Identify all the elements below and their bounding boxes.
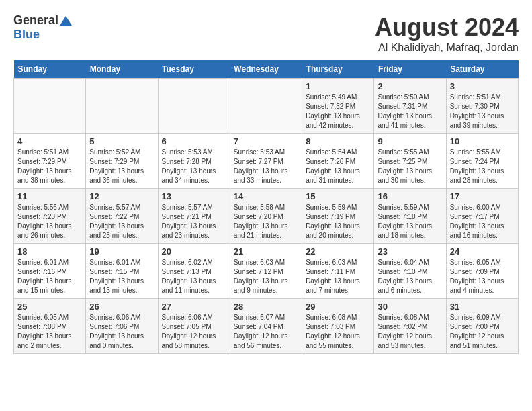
calendar-cell: 17Sunrise: 6:00 AM Sunset: 7:17 PM Dayli… bbox=[446, 189, 518, 244]
weekday-header-sunday: Sunday bbox=[14, 60, 86, 79]
day-number: 8 bbox=[306, 136, 370, 146]
day-number: 12 bbox=[89, 191, 154, 201]
day-info: Sunrise: 5:49 AM Sunset: 7:32 PM Dayligh… bbox=[306, 93, 370, 130]
calendar-week-3: 11Sunrise: 5:56 AM Sunset: 7:23 PM Dayli… bbox=[14, 189, 519, 244]
day-info: Sunrise: 5:59 AM Sunset: 7:18 PM Dayligh… bbox=[378, 203, 442, 240]
day-info: Sunrise: 5:52 AM Sunset: 7:29 PM Dayligh… bbox=[89, 148, 154, 185]
day-number: 11 bbox=[17, 191, 82, 201]
calendar-cell bbox=[158, 79, 230, 134]
logo: General Blue bbox=[13, 13, 72, 42]
day-info: Sunrise: 5:55 AM Sunset: 7:25 PM Dayligh… bbox=[378, 148, 442, 185]
day-number: 24 bbox=[450, 246, 515, 257]
day-number: 13 bbox=[162, 191, 226, 201]
day-info: Sunrise: 6:08 AM Sunset: 7:02 PM Dayligh… bbox=[378, 313, 442, 351]
day-number: 22 bbox=[306, 246, 370, 257]
calendar-cell bbox=[86, 79, 158, 134]
logo-blue-text: Blue bbox=[13, 28, 40, 41]
calendar-cell: 26Sunrise: 6:06 AM Sunset: 7:06 PM Dayli… bbox=[86, 299, 158, 354]
weekday-header-tuesday: Tuesday bbox=[158, 60, 230, 79]
title-block: August 2024 Al Khalidiyah, Mafraq, Jorda… bbox=[375, 13, 519, 54]
calendar-cell: 22Sunrise: 6:03 AM Sunset: 7:11 PM Dayli… bbox=[302, 244, 374, 299]
day-number: 20 bbox=[162, 246, 226, 257]
day-info: Sunrise: 6:05 AM Sunset: 7:08 PM Dayligh… bbox=[17, 313, 82, 351]
calendar-week-2: 4Sunrise: 5:51 AM Sunset: 7:29 PM Daylig… bbox=[14, 134, 519, 189]
calendar-cell: 20Sunrise: 6:02 AM Sunset: 7:13 PM Dayli… bbox=[158, 244, 230, 299]
day-number: 3 bbox=[450, 81, 515, 91]
day-info: Sunrise: 5:50 AM Sunset: 7:31 PM Dayligh… bbox=[378, 93, 442, 130]
weekday-header-wednesday: Wednesday bbox=[230, 60, 302, 79]
day-number: 29 bbox=[306, 302, 370, 312]
day-number: 9 bbox=[378, 136, 442, 146]
calendar-week-5: 25Sunrise: 6:05 AM Sunset: 7:08 PM Dayli… bbox=[14, 299, 519, 354]
weekday-header-friday: Friday bbox=[374, 60, 446, 79]
calendar-week-4: 18Sunrise: 6:01 AM Sunset: 7:16 PM Dayli… bbox=[14, 244, 519, 299]
svg-marker-0 bbox=[60, 16, 72, 26]
day-number: 18 bbox=[17, 246, 82, 257]
calendar-cell: 6Sunrise: 5:53 AM Sunset: 7:28 PM Daylig… bbox=[158, 134, 230, 189]
day-info: Sunrise: 5:57 AM Sunset: 7:21 PM Dayligh… bbox=[162, 203, 226, 240]
weekday-header-monday: Monday bbox=[86, 60, 158, 79]
calendar-cell: 21Sunrise: 6:03 AM Sunset: 7:12 PM Dayli… bbox=[230, 244, 302, 299]
calendar-cell: 16Sunrise: 5:59 AM Sunset: 7:18 PM Dayli… bbox=[374, 189, 446, 244]
calendar-cell: 12Sunrise: 5:57 AM Sunset: 7:22 PM Dayli… bbox=[86, 189, 158, 244]
day-number: 26 bbox=[89, 302, 154, 312]
day-info: Sunrise: 5:53 AM Sunset: 7:27 PM Dayligh… bbox=[234, 148, 298, 185]
calendar-cell: 9Sunrise: 5:55 AM Sunset: 7:25 PM Daylig… bbox=[374, 134, 446, 189]
day-number: 16 bbox=[378, 191, 442, 201]
calendar-cell: 30Sunrise: 6:08 AM Sunset: 7:02 PM Dayli… bbox=[374, 299, 446, 354]
calendar-cell: 8Sunrise: 5:54 AM Sunset: 7:26 PM Daylig… bbox=[302, 134, 374, 189]
calendar-cell bbox=[14, 79, 86, 134]
day-info: Sunrise: 5:57 AM Sunset: 7:22 PM Dayligh… bbox=[89, 203, 154, 240]
day-info: Sunrise: 6:03 AM Sunset: 7:11 PM Dayligh… bbox=[306, 258, 370, 295]
calendar-cell: 23Sunrise: 6:04 AM Sunset: 7:10 PM Dayli… bbox=[374, 244, 446, 299]
day-number: 6 bbox=[162, 136, 226, 146]
day-number: 7 bbox=[234, 136, 298, 146]
day-number: 14 bbox=[234, 191, 298, 201]
calendar-cell: 1Sunrise: 5:49 AM Sunset: 7:32 PM Daylig… bbox=[302, 79, 374, 134]
day-number: 30 bbox=[378, 302, 442, 312]
calendar-title: August 2024 bbox=[375, 13, 519, 42]
day-number: 27 bbox=[162, 302, 226, 312]
day-info: Sunrise: 6:08 AM Sunset: 7:03 PM Dayligh… bbox=[306, 313, 370, 351]
calendar-cell: 11Sunrise: 5:56 AM Sunset: 7:23 PM Dayli… bbox=[14, 189, 86, 244]
calendar-cell: 2Sunrise: 5:50 AM Sunset: 7:31 PM Daylig… bbox=[374, 79, 446, 134]
day-info: Sunrise: 6:09 AM Sunset: 7:00 PM Dayligh… bbox=[450, 313, 515, 351]
weekday-header-saturday: Saturday bbox=[446, 60, 518, 79]
logo-triangle-icon bbox=[60, 16, 72, 26]
day-info: Sunrise: 6:01 AM Sunset: 7:15 PM Dayligh… bbox=[89, 258, 154, 295]
day-number: 5 bbox=[89, 136, 154, 146]
day-info: Sunrise: 6:02 AM Sunset: 7:13 PM Dayligh… bbox=[162, 258, 226, 295]
day-info: Sunrise: 6:06 AM Sunset: 7:06 PM Dayligh… bbox=[89, 313, 154, 351]
calendar-cell: 14Sunrise: 5:58 AM Sunset: 7:20 PM Dayli… bbox=[230, 189, 302, 244]
calendar-cell: 13Sunrise: 5:57 AM Sunset: 7:21 PM Dayli… bbox=[158, 189, 230, 244]
day-info: Sunrise: 6:04 AM Sunset: 7:10 PM Dayligh… bbox=[378, 258, 442, 295]
day-info: Sunrise: 5:54 AM Sunset: 7:26 PM Dayligh… bbox=[306, 148, 370, 185]
page-header: General Blue August 2024 Al Khalidiyah, … bbox=[13, 13, 519, 54]
calendar-cell: 27Sunrise: 6:06 AM Sunset: 7:05 PM Dayli… bbox=[158, 299, 230, 354]
calendar-cell: 3Sunrise: 5:51 AM Sunset: 7:30 PM Daylig… bbox=[446, 79, 518, 134]
day-number: 21 bbox=[234, 246, 298, 257]
calendar-cell: 7Sunrise: 5:53 AM Sunset: 7:27 PM Daylig… bbox=[230, 134, 302, 189]
calendar-cell: 19Sunrise: 6:01 AM Sunset: 7:15 PM Dayli… bbox=[86, 244, 158, 299]
day-number: 25 bbox=[17, 302, 82, 312]
day-number: 31 bbox=[450, 302, 515, 312]
day-info: Sunrise: 5:51 AM Sunset: 7:30 PM Dayligh… bbox=[450, 93, 515, 130]
weekday-header-thursday: Thursday bbox=[302, 60, 374, 79]
calendar-week-1: 1Sunrise: 5:49 AM Sunset: 7:32 PM Daylig… bbox=[14, 79, 519, 134]
weekday-header-row: SundayMondayTuesdayWednesdayThursdayFrid… bbox=[14, 60, 519, 79]
day-number: 4 bbox=[17, 136, 82, 146]
day-info: Sunrise: 5:53 AM Sunset: 7:28 PM Dayligh… bbox=[162, 148, 226, 185]
calendar-table: SundayMondayTuesdayWednesdayThursdayFrid… bbox=[13, 60, 519, 354]
day-info: Sunrise: 6:07 AM Sunset: 7:04 PM Dayligh… bbox=[234, 313, 298, 351]
day-number: 23 bbox=[378, 246, 442, 257]
day-info: Sunrise: 6:05 AM Sunset: 7:09 PM Dayligh… bbox=[450, 258, 515, 295]
logo-general-text: General bbox=[13, 13, 58, 28]
calendar-cell: 25Sunrise: 6:05 AM Sunset: 7:08 PM Dayli… bbox=[14, 299, 86, 354]
calendar-cell: 29Sunrise: 6:08 AM Sunset: 7:03 PM Dayli… bbox=[302, 299, 374, 354]
calendar-subtitle: Al Khalidiyah, Mafraq, Jordan bbox=[375, 42, 519, 54]
day-info: Sunrise: 5:58 AM Sunset: 7:20 PM Dayligh… bbox=[234, 203, 298, 240]
day-number: 17 bbox=[450, 191, 515, 201]
day-number: 2 bbox=[378, 81, 442, 91]
calendar-cell: 28Sunrise: 6:07 AM Sunset: 7:04 PM Dayli… bbox=[230, 299, 302, 354]
day-info: Sunrise: 5:51 AM Sunset: 7:29 PM Dayligh… bbox=[17, 148, 82, 185]
